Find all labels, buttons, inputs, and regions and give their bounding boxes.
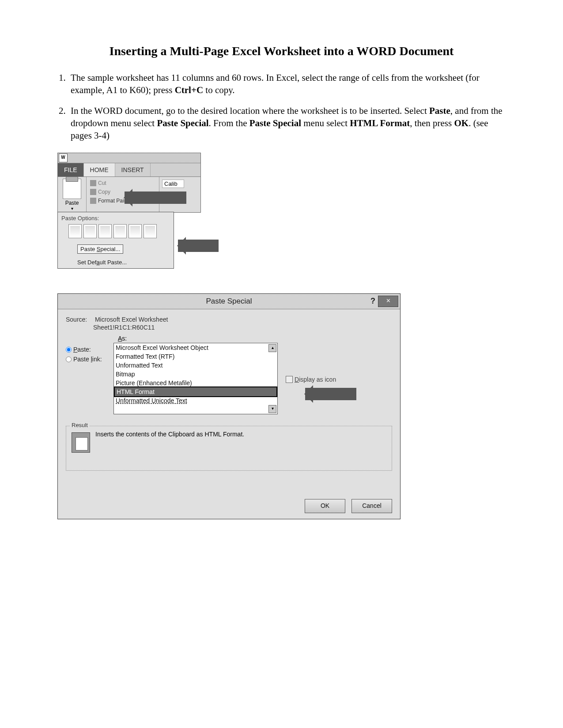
cut-button[interactable]: Cut [98, 179, 106, 188]
list-item[interactable]: Bitmap [114, 370, 277, 379]
step-1-text-pre: The sample worksheet has 11 columns and … [71, 72, 480, 95]
arrow-annotation-icon [178, 240, 219, 252]
arrow-annotation-icon [305, 388, 356, 400]
source-value-1: Microsoft Excel Worksheet [95, 316, 168, 323]
paste-special-menuitem[interactable]: Paste Special... [58, 242, 174, 256]
list-item[interactable]: Picture (Enhanced Metafile) [114, 379, 277, 387]
screenshot-paste-special-dialog: Paste Special ? ✕ Source: Microsoft Exce… [57, 293, 401, 519]
clipboard-icon [63, 179, 81, 199]
step-2: In the WORD document, go to the desired … [68, 105, 506, 142]
arrow-annotation-icon [125, 191, 186, 204]
close-button[interactable]: ✕ [378, 296, 398, 307]
paste-option-icons [58, 223, 174, 242]
clipboard-result-icon [72, 432, 90, 453]
ribbon-tabs: FILE HOME INSERT [58, 163, 200, 177]
clipboard-group: Cut Copy Format Painter [87, 177, 159, 212]
tab-home[interactable]: HOME [84, 163, 115, 176]
format-listbox[interactable]: Microsoft Excel Worksheet Object Formatt… [113, 343, 278, 414]
paste-option-icon[interactable] [98, 224, 112, 238]
page-title: Inserting a Multi-Page Excel Worksheet i… [57, 44, 506, 58]
s2b: Paste [429, 105, 450, 116]
scroll-up-icon[interactable]: ▴ [268, 344, 276, 352]
source-label: Source: [66, 315, 93, 323]
paste-option-icon[interactable] [113, 224, 127, 238]
paste-option-icon[interactable] [128, 224, 142, 238]
radio-paste-link[interactable]: Paste link: [66, 354, 113, 364]
dialog-titlebar: Paste Special ? ✕ [58, 294, 400, 309]
list-item[interactable]: Formatted Text (RTF) [114, 352, 277, 361]
s2e: . From the [209, 118, 249, 128]
cancel-button[interactable]: Cancel [351, 499, 392, 513]
s2a: In the WORD document, go to the desired … [71, 105, 429, 116]
ribbon-body: Paste ▾ Cut Copy Format Painter Calib B [58, 177, 200, 212]
window-titlebar: W [58, 153, 200, 163]
s2f: Paste Special [249, 118, 301, 128]
s2d: Paste Special [157, 118, 208, 128]
step-1: The sample worksheet has 11 columns and … [68, 71, 506, 97]
copy-icon [90, 189, 96, 195]
source-info: Source: Microsoft Excel Worksheet Sheet1… [66, 315, 392, 331]
radio-paste-link-input[interactable] [66, 356, 72, 362]
radio-paste-label: Paste: [73, 345, 91, 354]
display-as-icon-label: Display as icon [295, 376, 336, 383]
font-name-combo[interactable]: Calib [162, 180, 184, 188]
paste-option-icon[interactable] [144, 224, 157, 238]
set-default-paste-menuitem[interactable]: Set Default Paste... [58, 256, 174, 268]
radio-paste[interactable]: Paste: [66, 345, 113, 354]
scroll-down-icon[interactable]: ▾ [268, 405, 276, 413]
scissors-icon [90, 180, 96, 186]
s2g: menu select [301, 118, 350, 128]
radio-paste-link-label: Paste link: [73, 354, 102, 364]
chevron-down-icon[interactable]: ▾ [58, 206, 86, 211]
tab-insert[interactable]: INSERT [115, 163, 151, 176]
word-app-icon: W [59, 154, 68, 162]
screenshot-ribbon: W FILE HOME INSERT Paste ▾ Cut Copy Form… [57, 153, 201, 269]
steps-list: The sample worksheet has 11 columns and … [58, 71, 506, 142]
display-as-icon-checkbox[interactable] [286, 376, 293, 383]
s2i: , then press [410, 118, 454, 128]
radio-paste-input[interactable] [66, 347, 72, 353]
s2h: HTML Format [350, 118, 410, 128]
paste-options-header: Paste Options: [58, 212, 174, 223]
paste-option-icon[interactable] [83, 224, 97, 238]
help-button[interactable]: ? [370, 296, 375, 306]
s2j: OK [454, 118, 469, 128]
tab-file[interactable]: FILE [58, 163, 84, 176]
list-item[interactable]: Unformatted Unicode Text [114, 396, 277, 405]
paste-special-label: Paste Special... [77, 244, 123, 254]
paste-label: Paste [58, 200, 86, 206]
step-1-key: Ctrl+C [175, 85, 203, 95]
result-text: Inserts the contents of the Clipboard as… [95, 431, 244, 438]
result-legend: Result [70, 422, 90, 428]
list-item[interactable]: Microsoft Excel Worksheet Object [114, 343, 277, 352]
paste-dropdown: Paste Options: Paste Special... Set Defa… [57, 212, 174, 269]
source-value-2: Sheet1!R1C1:R60C11 [93, 324, 155, 331]
list-item[interactable]: Unformatted Text [114, 361, 277, 370]
step-1-text-post: to copy. [203, 85, 235, 95]
brush-icon [90, 198, 96, 204]
result-group: Result Inserts the contents of the Clipb… [66, 426, 392, 471]
as-label: As: [118, 335, 392, 342]
list-item-selected[interactable]: HTML Format [114, 387, 277, 397]
ok-button[interactable]: OK [305, 499, 345, 513]
dialog-title: Paste Special [206, 297, 252, 305]
copy-button[interactable]: Copy [98, 188, 110, 196]
paste-button[interactable]: Paste ▾ [58, 177, 87, 212]
paste-option-icon[interactable] [68, 224, 82, 238]
